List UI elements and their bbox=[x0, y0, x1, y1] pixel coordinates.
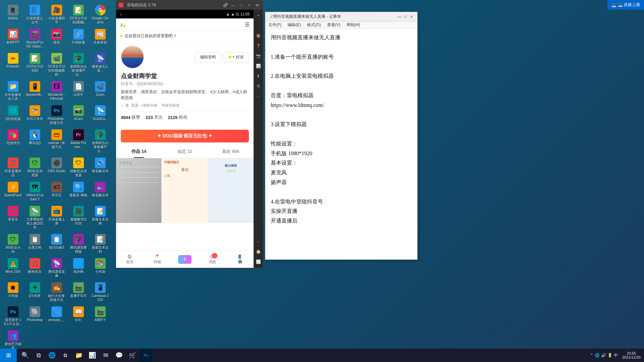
desktop-icon-sousuo[interactable]: 🔍 搜索全-网推 bbox=[69, 180, 88, 203]
taskbar-search[interactable]: 🔍 bbox=[18, 349, 32, 362]
desktop-icon-360anq[interactable]: 🛡 360安全浏览器 bbox=[25, 156, 45, 179]
desktop-icon-lvxing[interactable]: ✈ EV录屏 bbox=[25, 281, 45, 303]
taskbar-ps[interactable]: Ps bbox=[139, 349, 153, 362]
desktop-icon-shuangkai[interactable]: 📱 Camtasia 2019 bbox=[91, 281, 110, 303]
menu-view[interactable]: 查看(V) bbox=[326, 22, 341, 28]
desktop-icon-haoyouren[interactable]: 👥 爱奇艺万能版 bbox=[3, 329, 23, 352]
taskbar-store[interactable]: 🛒 bbox=[126, 349, 139, 362]
tab-works[interactable]: 作品 14 bbox=[116, 145, 162, 158]
desktop-icon-lianhe[interactable]: 🎓 老师联合出课·推播平台... bbox=[69, 52, 88, 78]
desktop-icon-ocr3[interactable]: 📹 OCR文字识别别视频教程 bbox=[47, 52, 66, 78]
desktop-icon-wangyiyun[interactable]: 🎵 酷狗音乐 bbox=[25, 257, 45, 279]
desktop-icon-qqtencent[interactable]: 🐧 腾讯QQ bbox=[25, 128, 45, 155]
desktop-icon-wondershare[interactable]: 🎞 Wondersh... Filmora9 bbox=[47, 80, 66, 102]
desktop-icon-qq[interactable]: 🌐 QQ浏览器 bbox=[3, 104, 23, 126]
desktop-icon-tengke[interactable]: 🎓 腾讯课堂重磅版 bbox=[69, 233, 88, 255]
desktop-icon-wuchelun[interactable]: 🎭 无他伴侣 bbox=[3, 128, 23, 155]
extra-tags[interactable]: +增加年龄、学校等标签 bbox=[141, 103, 179, 108]
desktop-icon-apowermi[interactable]: 📱 ApowerMi... bbox=[25, 80, 45, 102]
tray-input-icon[interactable]: 中 bbox=[614, 353, 618, 358]
desktop-icon-kaifang[interactable]: 📺 开放直播上课 bbox=[47, 204, 66, 231]
taskbar-wechat[interactable]: 💬 bbox=[112, 349, 126, 362]
desktop-icon-shougao[interactable]: ✍ 旅行大全卷·快捷方式 bbox=[47, 281, 66, 303]
content-item-2[interactable]: 中国历险记 童话 上海 bbox=[162, 158, 207, 223]
desktop-icon-xiaochujie[interactable]: 🔊 噪音解决术 bbox=[91, 156, 110, 179]
taskbar-office[interactable]: 📊 bbox=[86, 349, 99, 362]
desktop-icon-liuxue[interactable]: 📚 七年级 bbox=[91, 257, 110, 279]
add-friend-button[interactable]: + 好友 bbox=[224, 52, 249, 62]
menu-icon[interactable]: ☰ bbox=[245, 21, 250, 28]
desktop-icon-huowobaib[interactable]: 📋 智沃白板5 bbox=[47, 233, 66, 255]
tab-dynamic[interactable]: 动态 15 bbox=[162, 145, 208, 158]
desktop-icon-navicat[interactable]: 🗃 navicat - 快捷方式 bbox=[47, 128, 66, 155]
desktop-icon-speedpanx[interactable]: ⚡ SpeedPanX bbox=[3, 180, 23, 203]
edit-profile-button[interactable]: 编辑资料 bbox=[195, 52, 221, 62]
content-item-3[interactable]: 椿山难程 ⬜⬜⬜ bbox=[208, 158, 254, 223]
side-back[interactable]: ← bbox=[254, 237, 262, 246]
desktop-icon-pstudy[interactable]: 🐘 Photoshop bbox=[25, 305, 45, 327]
floating-upload-button[interactable]: 💻 💻 搭建上播 bbox=[607, 0, 644, 10]
desktop-icon-xmind8[interactable]: 🗺 XMind 8 Update 5 bbox=[25, 180, 45, 203]
desktop-icon-360dadong[interactable]: 🛡 360安全大动 bbox=[3, 233, 23, 255]
nav-me[interactable]: 👤 我 bbox=[226, 254, 254, 264]
desktop-icon-aiwanneng[interactable]: 🎬 ABBYY bbox=[91, 305, 110, 327]
desktop-icon-shitubai[interactable]: 📋 石墨文档 bbox=[25, 233, 45, 255]
notepad-close-btn[interactable]: × bbox=[409, 14, 415, 20]
tray-arrow-icon[interactable]: ⌃ bbox=[590, 353, 593, 358]
desktop-icon-photoshop[interactable]: Ps 双开助手 v6.1.0 企业... bbox=[3, 305, 23, 327]
desktop-icon-bofang[interactable]: 📡 播来做无人直... bbox=[91, 52, 110, 78]
taskbar-clock[interactable]: 23:55 2021/11/20 bbox=[622, 351, 641, 359]
dou-banner[interactable]: ✦ DOU福袋 领百元红包 ✦ bbox=[121, 130, 249, 142]
desktop-icon-toutiao[interactable]: 📰 头条原创 bbox=[91, 27, 110, 50]
emulator-expand-btn[interactable]: ≪ bbox=[254, 2, 260, 8]
desktop-icon-videoteach[interactable]: 🎥 视频教学(2019) bbox=[69, 204, 88, 231]
nav-messages[interactable]: 💬 1 消息 bbox=[199, 254, 226, 264]
side-stats[interactable]: 📊 bbox=[254, 61, 262, 71]
emulator-minimize-btn[interactable]: — bbox=[230, 2, 236, 8]
desktop-icon-droidcam[interactable]: 📡 DroidCa... bbox=[91, 104, 110, 126]
side-camera[interactable]: 📷 bbox=[254, 51, 262, 61]
tray-battery-icon[interactable]: 🔋 bbox=[607, 353, 612, 358]
desktop-icon-wangluo[interactable]: 📡 七零网络营销上课(2019) bbox=[25, 204, 45, 231]
desktop-icon-xingzhen2[interactable]: 🔗 行销联盟 bbox=[69, 27, 88, 50]
desktop-icon-tengkechong[interactable]: 📡 腾讯课堂直播 bbox=[47, 257, 66, 279]
tab-likes[interactable]: 喜欢 806 bbox=[208, 145, 254, 158]
tray-network-icon[interactable]: 🌐 bbox=[595, 353, 600, 358]
tray-volume-icon[interactable]: 🔊 bbox=[601, 353, 606, 358]
taskbar-explorer[interactable]: 📁 bbox=[72, 349, 86, 362]
taskbar-taskview[interactable]: ⧉ bbox=[32, 349, 45, 362]
side-volume-down[interactable]: - bbox=[254, 21, 262, 31]
desktop-icon-ocam[interactable]: 📸 oCam bbox=[69, 104, 88, 126]
emulator-restore-btn[interactable]: □ bbox=[238, 2, 244, 8]
desktop-icon-niumawork[interactable]: 🐄 牛马工作坊 bbox=[25, 104, 45, 126]
desktop-icon-ocr1[interactable]: 📝 OCR文字识别[视频] bbox=[69, 3, 88, 26]
desktop-icon-xiaobizhibo[interactable]: 🎥 小鱼直播助手 bbox=[47, 3, 66, 26]
desktop-icon-newtext[interactable]: 📝 新建文本文档 bbox=[91, 204, 110, 231]
desktop-icon-psfast[interactable]: Ps Photoshop - 快捷方式 bbox=[47, 104, 66, 126]
side-install[interactable]: ⬇ bbox=[254, 71, 262, 81]
desktop-icon-recycle[interactable]: 🗑 回收站 bbox=[3, 3, 23, 26]
desktop-icon-xingzheng[interactable]: 📘 行政联盟公众号 bbox=[25, 3, 45, 26]
desktop-icon-douyinzhibo[interactable]: 🎵 抖音直播伴侣 bbox=[3, 156, 23, 179]
desktop-icon-360safe[interactable]: 🛡 猎豹安全浏览器 bbox=[69, 156, 88, 179]
menu-file[interactable]: 文件(F) bbox=[267, 22, 282, 28]
side-more[interactable]: ··· bbox=[254, 92, 262, 101]
desktop-icon-csdoc[interactable]: 📄 cs否不 bbox=[69, 80, 88, 102]
desktop-icon-zoom[interactable]: 📹 Zoom bbox=[91, 80, 110, 102]
side-settings[interactable]: ⚙ bbox=[254, 81, 262, 91]
notepad-body[interactable]: 用抖音视频直播来做无人直播 1.准备一个能开直播的账号 2.在电脑上安装雷电模拟… bbox=[265, 29, 417, 259]
emulator-close-btn[interactable]: × bbox=[246, 2, 252, 8]
desktop-icon-xingjianwen[interactable]: 📝 新建文本文档 bbox=[91, 233, 110, 255]
desktop-icon-mindzen[interactable]: 🧘 Mind ZEN bbox=[3, 257, 23, 279]
notepad-minimize-btn[interactable]: — bbox=[396, 14, 402, 20]
notepad-restore-btn[interactable]: □ bbox=[402, 14, 409, 20]
desktop-icon-music[interactable]: 🎵 录音乐 bbox=[3, 204, 23, 231]
desktop-icon-lianhe2[interactable]: 🎓 老师联合出课推播平台... bbox=[91, 128, 110, 155]
desktop-icon-ppt[interactable]: 📊 老师PPT bbox=[3, 27, 23, 50]
desktop-icon-meipai[interactable]: 📷 美拍 bbox=[47, 27, 66, 50]
desktop-icon-noise2[interactable]: 🔈 噪音解决术 bbox=[91, 180, 110, 203]
side-volume-up[interactable]: + bbox=[254, 11, 262, 20]
nav-city[interactable]: 📍 同城 bbox=[144, 254, 171, 264]
side-recent[interactable]: ⬜ bbox=[254, 257, 262, 266]
desktop-icon-ocr2[interactable]: 📝 OCR文字识别别 bbox=[25, 52, 45, 78]
